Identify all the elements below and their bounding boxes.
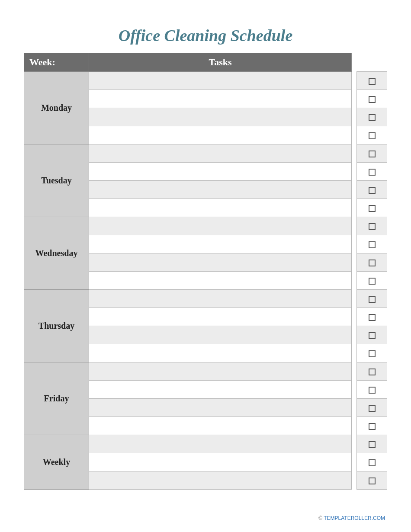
checkbox-icon[interactable] [369,223,376,230]
checkbox-icon[interactable] [369,187,376,194]
checkbox-icon[interactable] [369,387,376,394]
checkbox-icon[interactable] [369,314,376,321]
checkbox-icon[interactable] [369,96,376,103]
checkbox-icon[interactable] [369,459,376,466]
checkbox-icon[interactable] [369,296,376,303]
checkbox-cell[interactable] [357,417,387,435]
task-cell[interactable] [89,471,352,490]
task-cell[interactable] [89,108,352,126]
checkbox-icon[interactable] [369,423,376,430]
checkbox-icon[interactable] [369,350,376,357]
checkbox-cell[interactable] [357,435,387,453]
day-label: Wednesday [24,217,89,290]
task-cell[interactable] [89,326,352,344]
checkbox-icon[interactable] [369,132,376,139]
checkbox-icon[interactable] [369,278,376,285]
checkbox-cell[interactable] [357,144,387,163]
checkbox-cell[interactable] [357,72,387,90]
task-cell[interactable] [89,199,352,217]
day-label: Monday [24,72,89,144]
checkbox-icon[interactable] [369,205,376,212]
checkbox-cell[interactable] [357,453,387,471]
task-cell[interactable] [89,290,352,308]
page-title: Office Cleaning Schedule [24,26,387,45]
checkbox-cell[interactable] [357,272,387,290]
checkbox-cell[interactable] [357,326,387,344]
task-cell[interactable] [89,235,352,253]
checkbox-cell[interactable] [357,381,387,399]
checkbox-icon[interactable] [369,241,376,248]
day-label: Tuesday [24,144,89,217]
task-cell[interactable] [89,417,352,435]
checkbox-cell[interactable] [357,253,387,272]
task-cell[interactable] [89,308,352,326]
checkbox-cell[interactable] [357,471,387,490]
task-cell[interactable] [89,126,352,144]
checkbox-cell[interactable] [357,163,387,181]
checkbox-cell[interactable] [357,126,387,144]
checkbox-cell[interactable] [357,235,387,253]
checkbox-cell[interactable] [357,399,387,417]
checkbox-icon[interactable] [369,151,376,157]
checkbox-cell[interactable] [357,290,387,308]
checkbox-cell[interactable] [357,308,387,326]
task-cell[interactable] [89,435,352,453]
checkbox-icon[interactable] [369,369,376,375]
task-cell[interactable] [89,181,352,199]
day-label: Friday [24,362,89,435]
checkbox-icon[interactable] [369,441,376,448]
task-cell[interactable] [89,72,352,90]
checkbox-cell[interactable] [357,108,387,126]
footer-link[interactable]: TEMPLATEROLLER.COM [324,515,385,521]
day-label: Weekly [24,435,89,490]
checkbox-icon[interactable] [369,260,376,266]
task-cell[interactable] [89,344,352,362]
checkbox-cell[interactable] [357,362,387,381]
checkbox-cell[interactable] [357,199,387,217]
checkbox-icon[interactable] [369,114,376,121]
task-cell[interactable] [89,362,352,381]
checkbox-cell[interactable] [357,344,387,362]
task-cell[interactable] [89,144,352,163]
task-cell[interactable] [89,163,352,181]
checkbox-icon[interactable] [369,78,376,85]
checkbox-icon[interactable] [369,405,376,412]
checkbox-icon[interactable] [369,332,376,339]
task-cell[interactable] [89,399,352,417]
footer: © TEMPLATEROLLER.COM [318,515,385,521]
schedule-table: Week: Tasks MondayTuesdayWednesdayThursd… [24,53,387,490]
day-label: Thursday [24,290,89,362]
task-cell[interactable] [89,217,352,235]
header-week: Week: [24,53,89,72]
header-tasks: Tasks [89,53,352,72]
copyright-symbol: © [318,515,324,521]
task-cell[interactable] [89,453,352,471]
task-cell[interactable] [89,90,352,108]
checkbox-cell[interactable] [357,181,387,199]
task-cell[interactable] [89,272,352,290]
checkbox-cell[interactable] [357,90,387,108]
task-cell[interactable] [89,381,352,399]
checkbox-icon[interactable] [369,169,376,176]
checkbox-icon[interactable] [369,478,376,484]
task-cell[interactable] [89,253,352,272]
checkbox-cell[interactable] [357,217,387,235]
